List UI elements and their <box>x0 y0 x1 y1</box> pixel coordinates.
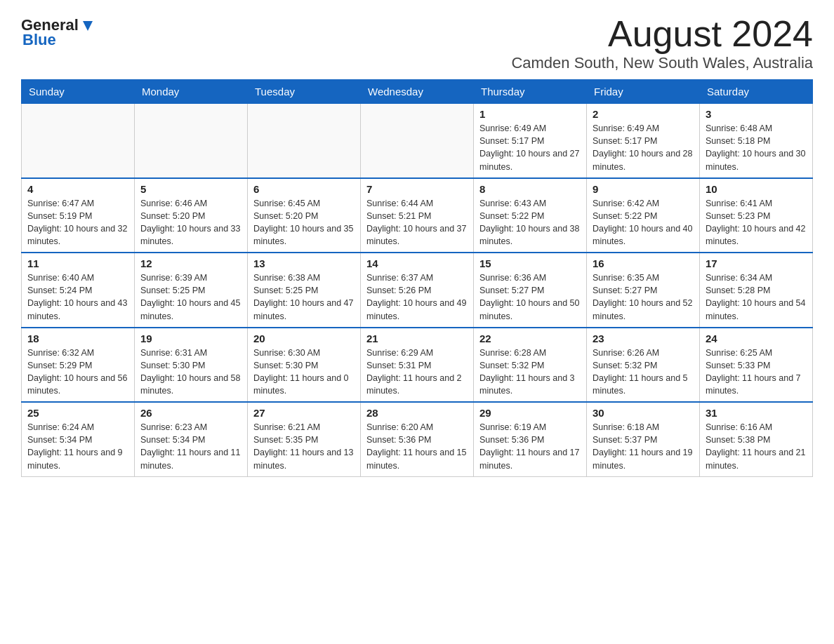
day-info: Sunrise: 6:26 AMSunset: 5:32 PMDaylight:… <box>593 348 688 396</box>
calendar-day-cell: 25Sunrise: 6:24 AMSunset: 5:34 PMDayligh… <box>22 402 135 476</box>
day-number: 23 <box>593 333 694 344</box>
calendar-day-cell: 26Sunrise: 6:23 AMSunset: 5:34 PMDayligh… <box>135 402 248 476</box>
calendar-day-cell: 7Sunrise: 6:44 AMSunset: 5:21 PMDaylight… <box>361 178 474 253</box>
day-info: Sunrise: 6:29 AMSunset: 5:31 PMDaylight:… <box>366 348 462 396</box>
calendar-week-row: 18Sunrise: 6:32 AMSunset: 5:29 PMDayligh… <box>22 328 813 403</box>
day-number: 4 <box>27 183 128 195</box>
day-info: Sunrise: 6:31 AMSunset: 5:30 PMDaylight:… <box>140 348 240 396</box>
calendar-day-cell: 27Sunrise: 6:21 AMSunset: 5:35 PMDayligh… <box>248 402 361 476</box>
day-number: 7 <box>366 183 468 195</box>
calendar-day-cell: 11Sunrise: 6:40 AMSunset: 5:24 PMDayligh… <box>22 253 135 328</box>
day-number: 28 <box>366 407 468 419</box>
calendar-day-cell <box>248 104 361 178</box>
day-number: 17 <box>706 257 807 269</box>
day-number: 6 <box>253 183 355 195</box>
calendar-day-cell: 31Sunrise: 6:16 AMSunset: 5:38 PMDayligh… <box>700 402 813 476</box>
day-number: 27 <box>253 407 355 419</box>
calendar-week-row: 1Sunrise: 6:49 AMSunset: 5:17 PMDaylight… <box>22 104 813 178</box>
calendar-header-row: SundayMondayTuesdayWednesdayThursdayFrid… <box>22 80 813 104</box>
day-info: Sunrise: 6:23 AMSunset: 5:34 PMDaylight:… <box>140 422 240 470</box>
calendar-table: SundayMondayTuesdayWednesdayThursdayFrid… <box>21 79 813 477</box>
day-number: 18 <box>27 333 128 344</box>
calendar-day-cell: 18Sunrise: 6:32 AMSunset: 5:29 PMDayligh… <box>22 328 135 403</box>
day-info: Sunrise: 6:41 AMSunset: 5:23 PMDaylight:… <box>706 199 805 246</box>
day-number: 9 <box>593 183 694 195</box>
calendar-week-row: 4Sunrise: 6:47 AMSunset: 5:19 PMDaylight… <box>22 178 813 253</box>
day-number: 10 <box>706 183 807 195</box>
calendar-day-cell <box>135 104 248 178</box>
day-number: 20 <box>253 333 355 344</box>
calendar-day-header: Friday <box>587 80 700 104</box>
day-info: Sunrise: 6:39 AMSunset: 5:25 PMDaylight:… <box>140 273 240 321</box>
day-number: 14 <box>366 257 468 269</box>
day-number: 25 <box>27 407 128 419</box>
page-header: General Blue August 2024 Camden South, N… <box>21 14 813 72</box>
calendar-day-cell: 30Sunrise: 6:18 AMSunset: 5:37 PMDayligh… <box>587 402 700 476</box>
calendar-day-cell: 14Sunrise: 6:37 AMSunset: 5:26 PMDayligh… <box>361 253 474 328</box>
calendar-day-cell: 1Sunrise: 6:49 AMSunset: 5:17 PMDaylight… <box>474 104 587 178</box>
day-info: Sunrise: 6:38 AMSunset: 5:25 PMDaylight:… <box>253 273 353 321</box>
day-number: 11 <box>27 257 128 269</box>
calendar-day-cell <box>22 104 135 178</box>
calendar-day-cell: 16Sunrise: 6:35 AMSunset: 5:27 PMDayligh… <box>587 253 700 328</box>
calendar-day-cell: 4Sunrise: 6:47 AMSunset: 5:19 PMDaylight… <box>22 178 135 253</box>
day-info: Sunrise: 6:35 AMSunset: 5:27 PMDaylight:… <box>593 273 692 321</box>
day-info: Sunrise: 6:36 AMSunset: 5:27 PMDaylight:… <box>479 273 579 321</box>
day-number: 2 <box>593 108 694 120</box>
day-info: Sunrise: 6:40 AMSunset: 5:24 PMDaylight:… <box>27 273 127 321</box>
calendar-day-cell: 22Sunrise: 6:28 AMSunset: 5:32 PMDayligh… <box>474 328 587 403</box>
day-info: Sunrise: 6:21 AMSunset: 5:35 PMDaylight:… <box>253 422 353 470</box>
day-info: Sunrise: 6:34 AMSunset: 5:28 PMDaylight:… <box>706 273 805 321</box>
calendar-day-cell: 23Sunrise: 6:26 AMSunset: 5:32 PMDayligh… <box>587 328 700 403</box>
calendar-day-cell: 8Sunrise: 6:43 AMSunset: 5:22 PMDaylight… <box>474 178 587 253</box>
day-number: 5 <box>140 183 241 195</box>
day-info: Sunrise: 6:42 AMSunset: 5:22 PMDaylight:… <box>593 199 692 246</box>
day-number: 21 <box>366 333 468 344</box>
day-info: Sunrise: 6:49 AMSunset: 5:17 PMDaylight:… <box>593 123 692 171</box>
calendar-day-cell: 6Sunrise: 6:45 AMSunset: 5:20 PMDaylight… <box>248 178 361 253</box>
day-number: 29 <box>479 407 581 419</box>
calendar-day-cell: 28Sunrise: 6:20 AMSunset: 5:36 PMDayligh… <box>361 402 474 476</box>
day-number: 24 <box>706 333 807 344</box>
logo-arrow-icon <box>80 18 95 34</box>
calendar-day-header: Monday <box>135 80 248 104</box>
day-info: Sunrise: 6:45 AMSunset: 5:20 PMDaylight:… <box>253 199 353 246</box>
title-block: August 2024 Camden South, New South Wale… <box>511 14 813 72</box>
svg-marker-0 <box>83 21 93 31</box>
day-info: Sunrise: 6:24 AMSunset: 5:34 PMDaylight:… <box>27 422 123 470</box>
day-info: Sunrise: 6:49 AMSunset: 5:17 PMDaylight:… <box>479 123 579 171</box>
calendar-day-cell: 19Sunrise: 6:31 AMSunset: 5:30 PMDayligh… <box>135 328 248 403</box>
calendar-day-cell: 5Sunrise: 6:46 AMSunset: 5:20 PMDaylight… <box>135 178 248 253</box>
calendar-day-cell: 3Sunrise: 6:48 AMSunset: 5:18 PMDaylight… <box>700 104 813 178</box>
day-number: 8 <box>479 183 581 195</box>
calendar-day-cell: 24Sunrise: 6:25 AMSunset: 5:33 PMDayligh… <box>700 328 813 403</box>
day-info: Sunrise: 6:18 AMSunset: 5:37 PMDaylight:… <box>593 422 692 470</box>
day-info: Sunrise: 6:30 AMSunset: 5:30 PMDaylight:… <box>253 348 349 396</box>
day-info: Sunrise: 6:48 AMSunset: 5:18 PMDaylight:… <box>706 123 805 171</box>
month-title: August 2024 <box>511 14 813 54</box>
day-info: Sunrise: 6:25 AMSunset: 5:33 PMDaylight:… <box>706 348 801 396</box>
day-number: 31 <box>706 407 807 419</box>
day-number: 1 <box>479 108 581 120</box>
calendar-day-cell: 12Sunrise: 6:39 AMSunset: 5:25 PMDayligh… <box>135 253 248 328</box>
calendar-day-cell: 2Sunrise: 6:49 AMSunset: 5:17 PMDaylight… <box>587 104 700 178</box>
day-number: 3 <box>706 108 807 120</box>
calendar-day-cell: 20Sunrise: 6:30 AMSunset: 5:30 PMDayligh… <box>248 328 361 403</box>
day-number: 19 <box>140 333 241 344</box>
day-info: Sunrise: 6:47 AMSunset: 5:19 PMDaylight:… <box>27 199 127 246</box>
calendar-day-cell: 29Sunrise: 6:19 AMSunset: 5:36 PMDayligh… <box>474 402 587 476</box>
calendar-day-cell: 13Sunrise: 6:38 AMSunset: 5:25 PMDayligh… <box>248 253 361 328</box>
calendar-day-cell <box>361 104 474 178</box>
calendar-day-header: Wednesday <box>361 80 474 104</box>
day-info: Sunrise: 6:16 AMSunset: 5:38 PMDaylight:… <box>706 422 805 470</box>
calendar-day-header: Saturday <box>700 80 813 104</box>
calendar-day-header: Sunday <box>22 80 135 104</box>
day-number: 22 <box>479 333 581 344</box>
calendar-day-header: Thursday <box>474 80 587 104</box>
calendar-day-header: Tuesday <box>248 80 361 104</box>
calendar-week-row: 11Sunrise: 6:40 AMSunset: 5:24 PMDayligh… <box>22 253 813 328</box>
day-info: Sunrise: 6:46 AMSunset: 5:20 PMDaylight:… <box>140 199 240 246</box>
day-info: Sunrise: 6:32 AMSunset: 5:29 PMDaylight:… <box>27 348 127 396</box>
logo: General Blue <box>21 14 95 49</box>
calendar-day-cell: 21Sunrise: 6:29 AMSunset: 5:31 PMDayligh… <box>361 328 474 403</box>
